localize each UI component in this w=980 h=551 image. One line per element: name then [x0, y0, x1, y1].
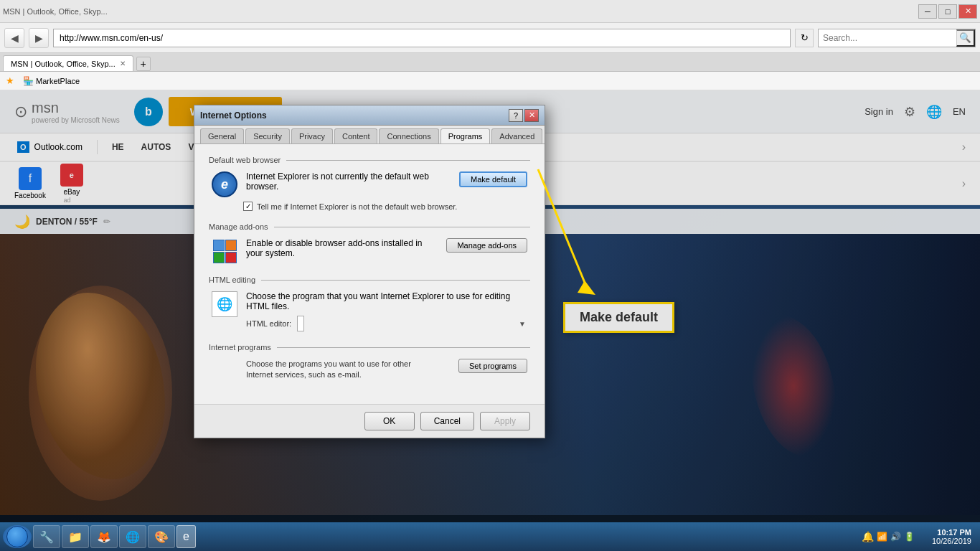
- default-browser-checkbox-label: Tell me if Internet Explorer is not the …: [257, 202, 457, 211]
- dialog-title-buttons: ? ✕: [509, 109, 539, 122]
- back-button[interactable]: ◀: [4, 28, 24, 48]
- addon-cell-2: [225, 240, 237, 251]
- addons-icon: [212, 238, 237, 264]
- addons-section-divider: [274, 227, 530, 227]
- default-browser-header: Default web browser: [209, 156, 530, 164]
- search-submit-button[interactable]: 🔍: [956, 29, 975, 47]
- programs-section-divider: [277, 347, 530, 348]
- refresh-button[interactable]: ↻: [795, 29, 814, 47]
- make-default-button[interactable]: Make default: [459, 171, 527, 187]
- dialog-close-button[interactable]: ✕: [524, 109, 539, 122]
- default-browser-title: Default web browser: [209, 156, 281, 164]
- battery-icon: 🔋: [904, 532, 915, 542]
- addon-grid-icon: [213, 240, 237, 263]
- tab-bar: MSN | Outlook, Office, Skyp... ✕ +: [0, 53, 980, 72]
- active-tab[interactable]: MSN | Outlook, Office, Skyp... ✕: [3, 55, 133, 71]
- dialog-help-button[interactable]: ?: [509, 109, 523, 122]
- cancel-button[interactable]: Cancel: [420, 412, 474, 430]
- apply-button[interactable]: Apply: [480, 412, 530, 430]
- dialog-titlebar: Internet Options ? ✕: [194, 105, 545, 126]
- html-section-divider: [261, 280, 530, 281]
- marketplace-label: MarketPlace: [36, 77, 80, 85]
- default-browser-desc: Internet Explorer is not currently the d…: [246, 171, 451, 192]
- new-tab-button[interactable]: +: [136, 57, 151, 71]
- set-programs-button[interactable]: Set programs: [458, 359, 527, 373]
- tab-security[interactable]: Security: [245, 128, 290, 143]
- tab-advanced[interactable]: Advanced: [491, 128, 542, 143]
- minimize-button[interactable]: ─: [918, 4, 937, 19]
- tab-label: MSN | Outlook, Office, Skyp...: [11, 60, 116, 68]
- browser-title: MSN | Outlook, Office, Skyp...: [3, 7, 108, 16]
- titlebar-controls: ─ □ ✕: [918, 4, 977, 19]
- tab-general[interactable]: General: [200, 128, 244, 143]
- favorites-item-marketplace[interactable]: 🏪 MarketPlace: [20, 75, 83, 88]
- system-clock[interactable]: 10:17 PM 10/26/2019: [926, 528, 977, 545]
- marketplace-icon: 🏪: [23, 76, 34, 86]
- manage-addons-button[interactable]: Manage add-ons: [446, 238, 527, 253]
- tab-programs[interactable]: Programs: [440, 128, 491, 143]
- manage-addons-inner: Enable or disable browser add-ons instal…: [209, 238, 530, 264]
- tab-content[interactable]: Content: [334, 128, 378, 143]
- firefox-icon: 🦊: [97, 530, 111, 544]
- favorites-star-icon: ★: [6, 75, 14, 86]
- manage-addons-section: Manage add-ons: [209, 222, 530, 264]
- addon-cell-3: [213, 252, 225, 263]
- titlebar-left: MSN | Outlook, Office, Skyp...: [3, 7, 108, 16]
- start-button[interactable]: [3, 525, 32, 548]
- set-programs-btn-container: Set programs: [458, 359, 527, 373]
- ok-button[interactable]: OK: [364, 412, 415, 430]
- html-editor-row: HTML editor: ▼: [246, 316, 527, 331]
- tab-close-button[interactable]: ✕: [120, 60, 126, 67]
- taskbar-right: 🔔 📶 🔊 🔋 10:17 PM 10/26/2019: [856, 528, 977, 545]
- chrome-icon: 🌐: [126, 530, 140, 544]
- content-area: ⊙ msn powered by Microsoft News b web se…: [0, 90, 980, 551]
- default-browser-section: Default web browser e Internet Explorer …: [209, 156, 530, 211]
- html-editing-description: Choose the program that you want Interne…: [246, 291, 527, 311]
- addon-cell-4: [225, 252, 237, 263]
- html-editing-inner: 🌐 Choose the program that you want Inter…: [209, 291, 530, 331]
- clock-time: 10:17 PM: [932, 528, 971, 537]
- tab-connections[interactable]: Connections: [379, 128, 438, 143]
- select-dropdown-arrow-icon: ▼: [519, 320, 526, 328]
- dialog-tabs: General Security Privacy Content Connect…: [194, 126, 545, 144]
- html-editing-section: HTML editing 🌐 Choose the program that y…: [209, 276, 530, 331]
- browser-titlebar: MSN | Outlook, Office, Skyp... ─ □ ✕: [0, 0, 980, 23]
- html-editing-header: HTML editing: [209, 276, 530, 284]
- manage-addons-btn-container: Manage add-ons: [446, 238, 527, 253]
- ie-browser-icon: e: [212, 171, 237, 197]
- favorites-bar: ★ 🏪 MarketPlace: [0, 72, 980, 90]
- addons-desc: Enable or disable browser add-ons instal…: [246, 238, 438, 258]
- volume-icon: 🔊: [890, 532, 901, 542]
- make-default-btn-container: Make default: [459, 171, 527, 187]
- html-editing-desc-block: Choose the program that you want Interne…: [246, 291, 527, 331]
- taskbar-item-toolbar[interactable]: 🔧: [33, 525, 60, 548]
- taskbar-item-paint[interactable]: 🎨: [148, 525, 175, 548]
- search-input[interactable]: [819, 29, 956, 47]
- dialog-footer: OK Cancel Apply: [194, 404, 545, 438]
- taskbar-item-folder[interactable]: 📁: [62, 525, 89, 548]
- html-editor-select[interactable]: [297, 316, 304, 331]
- default-browser-checkbox[interactable]: ✓: [243, 202, 253, 211]
- network-icon: 📶: [877, 532, 887, 542]
- html-editor-select-wrapper: ▼: [297, 316, 527, 331]
- notification-icon[interactable]: 🔔: [862, 531, 874, 542]
- taskbar: 🔧 📁 🦊 🌐 🎨 e 🔔 📶 🔊 🔋 10:17 PM 10: [0, 522, 980, 551]
- search-container: 🔍: [818, 29, 976, 47]
- internet-options-dialog: Internet Options ? ✕ General Security Pr…: [194, 105, 545, 438]
- taskbar-item-firefox[interactable]: 🦊: [90, 525, 118, 548]
- internet-programs-description: Choose the programs you want to use for …: [246, 359, 411, 381]
- dialog-title-text: Internet Options: [200, 110, 267, 121]
- taskbar-item-ie[interactable]: e: [176, 525, 196, 548]
- taskbar-item-chrome[interactable]: 🌐: [119, 525, 146, 548]
- forward-button[interactable]: ▶: [29, 28, 49, 48]
- close-browser-button[interactable]: ✕: [958, 4, 977, 19]
- internet-programs-header: Internet programs: [209, 343, 530, 352]
- browser-window: MSN | Outlook, Office, Skyp... ─ □ ✕ ◀ ▶…: [0, 0, 980, 551]
- ie-taskbar-icon: e: [183, 530, 189, 543]
- manage-addons-title: Manage add-ons: [209, 222, 268, 231]
- maximize-button[interactable]: □: [938, 4, 957, 19]
- tab-privacy[interactable]: Privacy: [291, 128, 333, 143]
- internet-programs-title: Internet programs: [209, 343, 271, 352]
- toolbar-icon: 🔧: [39, 530, 54, 544]
- address-bar[interactable]: [53, 29, 791, 47]
